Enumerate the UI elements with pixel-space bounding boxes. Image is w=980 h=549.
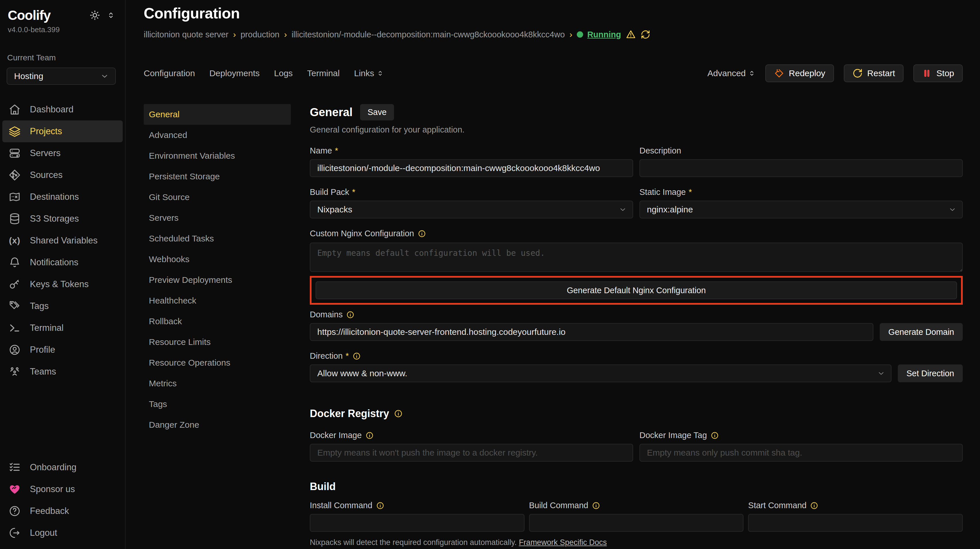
build-pack-select[interactable]: Nixpacks (310, 201, 633, 218)
info-icon[interactable] (352, 352, 361, 360)
sidebar-footer: Onboarding Sponsor us Feedback Logout (0, 457, 125, 544)
subnav-resource-limits[interactable]: Resource Limits (144, 332, 291, 352)
breadcrumb-separator: › (284, 30, 287, 40)
generate-default-nginx-button[interactable]: Generate Default Nginx Configuration (315, 282, 957, 299)
subnav-preview-deployments[interactable]: Preview Deployments (144, 270, 291, 290)
tab-terminal[interactable]: Terminal (307, 68, 340, 78)
sidebar-item-s3-storages[interactable]: S3 Storages (2, 208, 123, 230)
sidebar-item-destinations[interactable]: Destinations (2, 186, 123, 208)
start-command-label: Start Command (748, 501, 963, 510)
git-source-icon (9, 169, 21, 181)
subnav-persistent-storage[interactable]: Persistent Storage (144, 166, 291, 187)
sidebar-item-keys-tokens[interactable]: Keys & Tokens (2, 273, 123, 295)
info-icon[interactable] (418, 229, 426, 238)
sidebar-item-shared-variables[interactable]: (x) Shared Variables (2, 230, 123, 251)
subnav-resource-operations[interactable]: Resource Operations (144, 352, 291, 373)
home-icon (9, 103, 21, 116)
sidebar-item-profile[interactable]: Profile (2, 339, 123, 361)
framework-docs-link[interactable]: Framework Specific Docs (519, 538, 607, 547)
tab-logs[interactable]: Logs (274, 68, 293, 78)
set-direction-button[interactable]: Set Direction (898, 364, 963, 382)
breadcrumb-project[interactable]: illicitonion quote server (144, 30, 229, 40)
subnav-healthcheck[interactable]: Healthcheck (144, 290, 291, 311)
tab-configuration[interactable]: Configuration (144, 68, 195, 78)
subnav-general[interactable]: General (144, 104, 291, 125)
domains-input[interactable] (310, 323, 873, 341)
refresh-icon[interactable] (641, 30, 651, 40)
breadcrumb-environment[interactable]: production (240, 30, 279, 40)
sidebar-item-logout[interactable]: Logout (2, 522, 123, 544)
generate-domain-button[interactable]: Generate Domain (880, 323, 963, 341)
breadcrumb-application[interactable]: illicitestonion/-module--decomposition:m… (291, 30, 565, 40)
subnav-environment-variables[interactable]: Environment Variables (144, 145, 291, 166)
custom-nginx-textarea[interactable] (310, 243, 963, 272)
status-text[interactable]: Running (587, 30, 621, 40)
team-select[interactable]: Hosting (6, 68, 116, 85)
start-command-input[interactable] (748, 514, 963, 532)
save-button[interactable]: Save (360, 104, 394, 121)
variables-icon: (x) (9, 234, 21, 247)
advanced-dropdown[interactable]: Advanced (707, 68, 755, 78)
breadcrumb-separator: › (233, 30, 236, 40)
theme-sun-icon[interactable] (89, 10, 100, 21)
chevrons-up-down-icon (377, 70, 384, 77)
users-icon (9, 366, 21, 378)
restart-button[interactable]: Restart (844, 64, 904, 82)
redeploy-button[interactable]: Redeploy (765, 64, 834, 82)
sidebar-item-projects[interactable]: Projects (2, 121, 123, 142)
install-command-input[interactable] (310, 514, 525, 532)
status-dot-icon (577, 31, 583, 38)
stop-button[interactable]: Stop (913, 64, 963, 82)
chevron-down-icon (948, 205, 956, 213)
direction-select[interactable]: Allow www & non-www. (310, 364, 891, 382)
warning-icon[interactable] (626, 29, 636, 40)
sidebar-item-terminal[interactable]: Terminal (2, 317, 123, 339)
info-icon[interactable] (365, 431, 374, 440)
subnav-tags[interactable]: Tags (144, 394, 291, 414)
required-asterisk: * (352, 188, 355, 197)
info-icon[interactable] (394, 409, 403, 418)
info-icon[interactable] (810, 501, 818, 510)
sidebar-item-feedback[interactable]: Feedback (2, 500, 123, 522)
info-icon[interactable] (346, 310, 355, 319)
subnav-webhooks[interactable]: Webhooks (144, 249, 291, 270)
build-heading: Build (310, 481, 336, 493)
subnav-rollback[interactable]: Rollback (144, 311, 291, 332)
build-command-input[interactable] (529, 514, 744, 532)
tab-links[interactable]: Links (354, 68, 384, 78)
breadcrumb-separator: › (569, 30, 572, 40)
name-input[interactable] (310, 159, 633, 177)
sidebar-item-tags[interactable]: Tags (2, 295, 123, 317)
docker-image-tag-input[interactable] (640, 444, 963, 461)
heart-icon (9, 483, 21, 495)
app-logo[interactable]: Coolify (8, 8, 51, 23)
sidebar-item-sponsor-us[interactable]: Sponsor us (2, 478, 123, 500)
description-input[interactable] (640, 159, 963, 177)
subnav-metrics[interactable]: Metrics (144, 373, 291, 394)
user-circle-icon (9, 344, 21, 356)
info-icon[interactable] (592, 501, 600, 510)
sidebar-item-notifications[interactable]: Notifications (2, 251, 123, 273)
sidebar-item-teams[interactable]: Teams (2, 361, 123, 383)
sidebar-item-onboarding[interactable]: Onboarding (2, 457, 123, 478)
tab-deployments[interactable]: Deployments (209, 68, 259, 78)
docker-image-input[interactable] (310, 444, 633, 461)
subnav-git-source[interactable]: Git Source (144, 187, 291, 207)
sidebar-item-dashboard[interactable]: Dashboard (2, 99, 123, 121)
stop-pause-icon (922, 68, 932, 78)
sidebar-item-servers[interactable]: Servers (2, 142, 123, 164)
subnav-scheduled-tasks[interactable]: Scheduled Tasks (144, 228, 291, 249)
subnav-advanced[interactable]: Advanced (144, 125, 291, 145)
sidebar-item-sources[interactable]: Sources (2, 164, 123, 186)
info-icon[interactable] (376, 501, 385, 510)
static-image-select[interactable]: nginx:alpine (640, 201, 963, 218)
section-subtitle: General configuration for your applicati… (310, 125, 963, 135)
redeploy-icon (774, 68, 784, 78)
info-icon[interactable] (710, 431, 719, 440)
server-icon (9, 147, 21, 159)
domains-label: Domains (310, 310, 963, 319)
subnav-danger-zone[interactable]: Danger Zone (144, 414, 291, 435)
subnav-servers[interactable]: Servers (144, 207, 291, 228)
static-image-label: Static Image* (640, 188, 963, 197)
theme-select-chevrons-icon[interactable] (107, 11, 115, 19)
